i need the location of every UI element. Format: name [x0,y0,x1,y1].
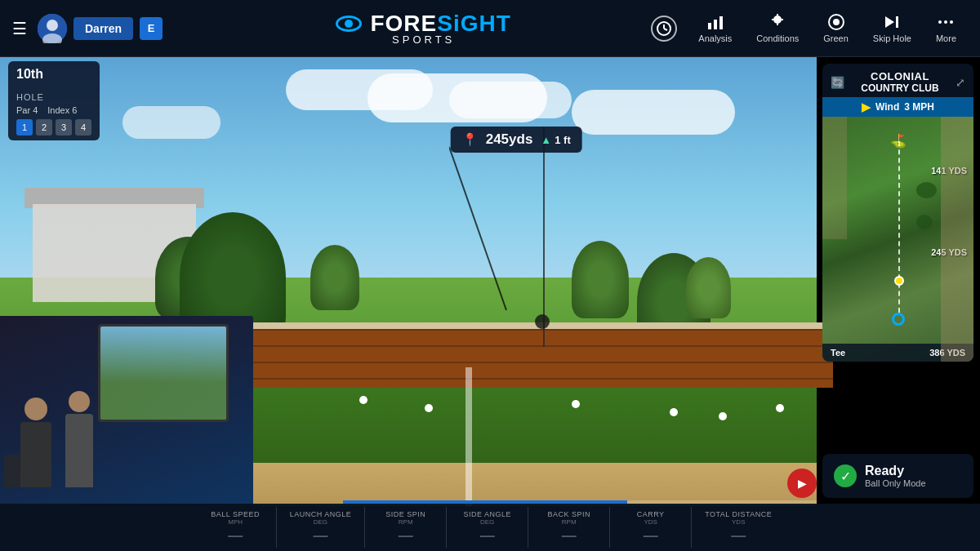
elevation-value: 1 ft [555,134,571,146]
par-info: Par 4 [16,105,38,115]
logo-sight: SiGHT [437,11,511,36]
hole-dot-2[interactable]: 2 [36,119,52,136]
course-name-line2: COUNTRY CLUB [844,82,956,94]
stat-launch-angle-label: LAUNCH ANGLE [290,510,352,518]
golf-ball-1 [359,396,368,404]
nav-conditions[interactable]: Conditions [745,8,810,48]
course-panel: 🔄 COLONIAL COUNTRY CLUB ⤢ ▶ Wind 3 MPH ⛳… [822,64,973,362]
stat-total-distance-label: TOTAL DISTANCE [705,510,772,518]
stat-total-distance-unit: YDS [732,518,745,526]
wind-label: Wind [875,101,899,113]
hole-dot-4[interactable]: 4 [75,119,91,136]
map-ball-marker [894,276,904,286]
tree-right-far [686,257,731,318]
cloud-3 [449,82,572,118]
record-button[interactable] [787,469,817,498]
webcam-overlay [0,316,253,504]
webcam-background [0,316,253,504]
golf-ball-2 [425,404,433,412]
wind-arrow-icon: ▶ [862,100,871,113]
skip-hole-label: Skip Hole [873,33,911,43]
svg-point-19 [938,20,942,24]
menu-button[interactable]: ☰ [8,15,31,42]
stat-carry-value: — [644,527,658,544]
more-label: More [936,33,956,43]
course-panel-header: 🔄 COLONIAL COUNTRY CLUB ⤢ [822,64,973,97]
person-1 [20,398,51,487]
hole-dot-3[interactable]: 3 [56,119,72,136]
distance-box: 📍 245yds ▲ 1 ft [451,127,582,153]
stat-side-angle-value: — [480,527,495,544]
bunker-area [253,463,817,504]
elevation-arrow: ▲ [541,134,551,146]
user-name-button[interactable]: Darren [74,17,133,40]
stat-total-distance: TOTAL DISTANCE YDS — [692,507,785,548]
course-expand-icon[interactable]: ⤢ [956,76,965,89]
tree-right-mid [572,241,629,318]
header: ☰ Darren E FORESiGHT SPORTS [0,0,980,57]
clock-icon[interactable] [651,16,677,42]
logo-fore: FORE [370,11,437,36]
skip-hole-icon [883,13,901,31]
stat-total-distance-value: — [731,527,746,544]
svg-point-16 [833,19,840,25]
stat-ball-speed-unit: MPH [228,518,243,526]
stat-ball-speed-value: — [228,527,243,544]
ready-panel: ✓ Ready Ball Only Mode [822,454,973,498]
stat-launch-angle: LAUNCH ANGLE DEG — [277,507,366,548]
stat-launch-angle-value: — [313,527,327,544]
stat-launch-angle-unit: DEG [314,518,327,526]
svg-point-21 [950,20,953,24]
nav-green[interactable]: Green [812,8,860,48]
pin-icon: 📍 [462,132,478,147]
svg-rect-18 [896,16,898,28]
hole-label: Hole [16,92,91,102]
distance-marker: 📍 245yds ▲ 1 ft [451,127,582,153]
stat-ball-speed-label: BALL SPEED [211,510,260,518]
map-area[interactable]: ⛳ 141 YDS 245 YDS Tee 386 YDS [822,117,973,362]
green-label: Green [823,33,849,43]
golf-ball-5 [719,412,727,420]
person-2-body [65,414,93,487]
conditions-label: Conditions [756,33,799,43]
cloud-5 [122,106,220,139]
analysis-icon [706,13,724,31]
course-name: COLONIAL COUNTRY CLUB [844,70,956,94]
map-tree-1 [916,182,937,198]
tee-label: Tee [831,348,845,358]
hole-dot-1[interactable]: 1 [16,119,33,136]
wind-speed: 3 MPH [904,101,934,113]
golf-ball-3 [572,400,580,408]
stat-side-spin-label: SIDE SPIN [385,510,425,518]
course-refresh-icon[interactable]: 🔄 [831,76,844,89]
nav-more[interactable]: More [924,8,968,48]
nav-skip-hole[interactable]: Skip Hole [862,8,923,48]
stat-ball-speed: BALL SPEED MPH — [195,507,277,548]
golf-equipment [4,455,20,487]
svg-rect-9 [719,16,723,29]
stat-side-angle-label: SIDE ANGLE [463,510,511,518]
nav-analysis[interactable]: Analysis [687,8,743,48]
stat-carry-unit: YDS [644,518,657,526]
map-dotted-path [898,141,900,313]
map-tree-2 [916,215,933,229]
svg-point-2 [47,20,58,31]
green-icon [827,13,845,31]
stat-side-angle: SIDE ANGLE DEG — [447,507,528,548]
map-road-left [822,117,847,239]
svg-line-6 [664,29,667,30]
stat-carry: CARRY YDS — [610,507,692,548]
simulator-screen [98,324,229,422]
conditions-icon [768,13,786,31]
stats-bar: BALL SPEED MPH — LAUNCH ANGLE DEG — SIDE… [0,504,980,551]
svg-point-10 [773,16,782,24]
map-background: ⛳ 141 YDS 245 YDS [822,117,973,362]
svg-rect-7 [708,23,711,29]
stat-side-spin-value: — [399,527,413,544]
person-1-head [24,398,47,420]
stat-back-spin-value: — [562,527,577,544]
tree-right-bg [310,245,359,310]
hole-dots: 1 2 3 4 [16,119,91,136]
hole-number: 10th [16,66,43,92]
person-2-head [69,391,90,412]
